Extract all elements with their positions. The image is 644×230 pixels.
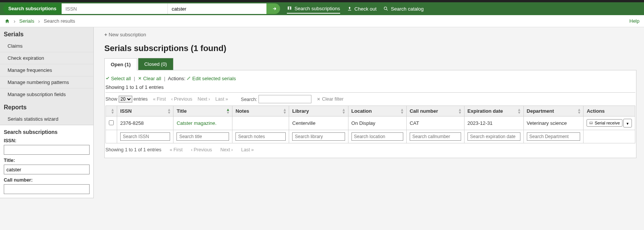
- callno-label: Call number:: [4, 177, 90, 183]
- inbox-icon: [589, 121, 593, 125]
- table-controls-bottom: Showing 1 to 1 of 1 entries «First ‹Prev…: [105, 143, 635, 152]
- serial-receive-button[interactable]: Serial receive: [587, 119, 622, 127]
- last-page-button[interactable]: Last»: [215, 96, 228, 102]
- title-search-input[interactable]: [167, 3, 273, 14]
- sidebar-item-manage-numbering[interactable]: Manage numbering patterns: [0, 76, 93, 88]
- chevron-right-icon: ›: [38, 18, 40, 24]
- sidebar-item-claims[interactable]: Claims: [0, 40, 93, 52]
- sidebar-title-input[interactable]: [4, 165, 90, 174]
- col-library[interactable]: Library▲▼: [289, 106, 348, 117]
- nav-check-out[interactable]: Check out: [347, 5, 377, 13]
- clear-all-link[interactable]: Clear all: [143, 76, 161, 81]
- new-subscription-button[interactable]: + New subscription: [104, 32, 146, 37]
- col-title[interactable]: Title▲▼: [173, 106, 232, 117]
- showing-entries-bottom: Showing 1 to 1 of 1 entries: [105, 147, 161, 152]
- title-label: Title:: [4, 158, 90, 163]
- subscription-search-group: Search subscriptions: [3, 3, 280, 14]
- search-mode-label: Search subscriptions: [3, 3, 62, 14]
- page-title: Serials subscriptions (1 found): [104, 44, 636, 53]
- select-all-link[interactable]: Select all: [111, 76, 131, 81]
- sidebar-search-form: Search subscriptions ISSN: Title: Call n…: [0, 125, 94, 198]
- sidebar-heading-serials: Serials: [0, 27, 93, 40]
- next-page-button[interactable]: Next›: [198, 96, 210, 102]
- breadcrumb-home[interactable]: [5, 19, 10, 24]
- filter-expiration[interactable]: [468, 132, 520, 141]
- table-row: 2376-8258 Catster magazine. Centerville …: [106, 117, 635, 130]
- pencil-icon: [187, 76, 191, 80]
- sidebar-issn-input[interactable]: [4, 145, 90, 155]
- showing-entries-top: Showing 1 to 1 of 1 entries: [105, 84, 635, 92]
- cell-department: Veterinary science: [523, 117, 584, 130]
- issn-label: ISSN:: [4, 138, 90, 143]
- chevron-left-icon: ‹: [171, 96, 173, 102]
- sidebar-callno-input[interactable]: [4, 184, 90, 194]
- cell-expiration: 2023-12-31: [464, 117, 523, 130]
- sidebar-item-manage-sub-fields[interactable]: Manage subscription fields: [0, 88, 93, 100]
- page-size-select[interactable]: 20: [119, 96, 132, 103]
- filter-notes[interactable]: [235, 132, 286, 141]
- nav-search-subscriptions[interactable]: Search subscriptions: [287, 4, 340, 14]
- subscriptions-table: ▲▼ ISSN▲▼ Title▲▼ Notes▲▼ Library▲▼ Loca…: [105, 106, 635, 143]
- home-icon: [5, 19, 10, 24]
- last-page-button-bottom[interactable]: Last»: [241, 147, 254, 152]
- x-icon: [138, 76, 142, 80]
- help-link[interactable]: Help: [629, 18, 639, 24]
- sidebar-item-manage-frequencies[interactable]: Manage frequencies: [0, 64, 93, 76]
- table-search-input[interactable]: [259, 95, 311, 103]
- filter-issn[interactable]: [120, 132, 170, 141]
- top-nav: Search subscriptions Check out Search ca…: [287, 4, 424, 14]
- tab-closed[interactable]: Closed (0): [138, 58, 173, 70]
- first-page-button-bottom[interactable]: «First: [170, 147, 183, 152]
- col-call-number[interactable]: Call number▲▼: [406, 106, 464, 117]
- upload-icon: [347, 6, 352, 11]
- book-icon: [287, 6, 292, 11]
- cell-notes: [232, 117, 289, 130]
- sidebar-item-check-expiration[interactable]: Check expiration: [0, 52, 93, 64]
- clear-filter-button[interactable]: Clear filter: [317, 96, 344, 102]
- caret-down-icon: ▼: [626, 122, 629, 126]
- chevrons-right-icon: »: [251, 147, 254, 152]
- prev-page-button-bottom[interactable]: ‹Previous: [191, 147, 212, 152]
- filter-title[interactable]: [176, 132, 229, 141]
- submit-search-button[interactable]: [266, 3, 280, 14]
- chevron-right-icon: ›: [14, 18, 15, 24]
- edit-selected-link[interactable]: Edit selected serials: [192, 76, 236, 81]
- filter-row: [106, 130, 635, 143]
- action-dropdown-toggle[interactable]: ▼: [623, 119, 632, 127]
- filter-library[interactable]: [292, 132, 345, 141]
- main-content: + New subscription Serials subscriptions…: [94, 27, 644, 198]
- sidebar-item-stats-wizard[interactable]: Serials statistics wizard: [0, 113, 93, 125]
- sidebar: Serials Claims Check expiration Manage f…: [0, 27, 94, 198]
- filter-department[interactable]: [527, 132, 581, 141]
- bulk-actions-line: Select all | Clear all | Actions: Edit s…: [105, 74, 635, 84]
- tab-open[interactable]: Open (1): [104, 58, 137, 70]
- next-page-button-bottom[interactable]: Next›: [220, 147, 233, 152]
- sidebar-heading-reports: Reports: [0, 100, 93, 113]
- chevron-right-icon: ›: [209, 96, 210, 102]
- first-page-button[interactable]: «First: [153, 96, 166, 102]
- table-controls-top: Show 20 entries «First ‹Previous Next› L…: [105, 92, 635, 106]
- col-checkbox: ▲▼: [106, 106, 117, 117]
- col-expiration[interactable]: Expiration date▲▼: [464, 106, 523, 117]
- col-issn[interactable]: ISSN▲▼: [117, 106, 173, 117]
- row-checkbox[interactable]: [109, 120, 114, 125]
- col-location[interactable]: Location▲▼: [348, 106, 406, 117]
- prev-page-button[interactable]: ‹Previous: [171, 96, 192, 102]
- col-notes[interactable]: Notes▲▼: [232, 106, 289, 117]
- filter-call-number[interactable]: [410, 132, 461, 141]
- chevron-left-icon: ‹: [191, 147, 192, 152]
- cell-title-link[interactable]: Catster magazine.: [176, 120, 217, 126]
- issn-search-input[interactable]: [62, 3, 167, 14]
- result-tabs: Open (1) Closed (0): [104, 58, 636, 70]
- svg-point-0: [384, 7, 387, 9]
- col-department[interactable]: Department▲▼: [523, 106, 584, 117]
- search-icon: [383, 6, 389, 11]
- cell-library: Centerville: [289, 117, 348, 130]
- breadcrumb-serials[interactable]: Serials: [19, 18, 34, 24]
- chevrons-right-icon: »: [225, 96, 228, 102]
- nav-search-catalog[interactable]: Search catalog: [383, 5, 424, 13]
- cell-location: On Display: [348, 117, 406, 130]
- top-search-bar: Search subscriptions Search subscription…: [0, 2, 644, 15]
- breadcrumb-current: Search results: [44, 18, 75, 24]
- filter-location[interactable]: [351, 132, 403, 141]
